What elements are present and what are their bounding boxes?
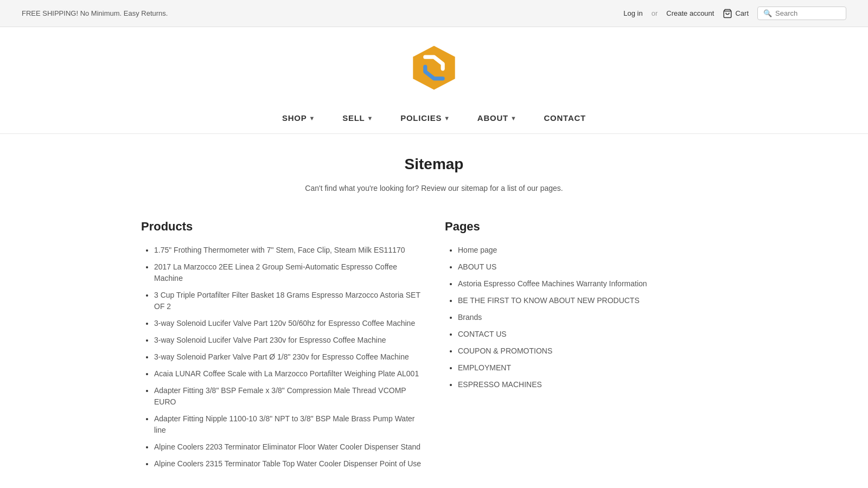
shipping-notice: FREE SHIPPING! No Minimum. Easy Returns.: [22, 9, 168, 17]
pages-list: Home page ABOUT US Astoria Espresso Coff…: [445, 245, 727, 390]
chevron-down-icon: ▼: [367, 115, 374, 121]
pages-section-title: Pages: [445, 220, 727, 234]
logo: [410, 43, 458, 92]
nav-item-policies[interactable]: POLICIES ▼: [400, 113, 450, 123]
product-link[interactable]: 3-way Solenoid Lucifer Valve Part 120v 5…: [154, 319, 415, 328]
cart-button[interactable]: Cart: [723, 9, 749, 18]
product-link[interactable]: Adapter Fitting 3/8" BSP Female x 3/8" C…: [154, 386, 406, 406]
list-item: Adapter Fitting 3/8" BSP Female x 3/8" C…: [154, 385, 423, 408]
page-link[interactable]: ABOUT US: [458, 262, 496, 271]
product-link[interactable]: 3-way Solenoid Parker Valve Part Ø 1/8" …: [154, 352, 409, 361]
list-item: BE THE FIRST TO KNOW ABOUT NEW PRODUCTS: [458, 295, 727, 306]
main-nav: SHOP ▼ SELL ▼ POLICIES ▼ ABOUT ▼ CONTACT: [0, 105, 868, 134]
chevron-down-icon: ▼: [510, 115, 517, 121]
page-link[interactable]: EMPLOYMENT: [458, 363, 511, 372]
page-link[interactable]: Brands: [458, 313, 482, 322]
list-item: Alpine Coolers 2315 Terminator Table Top…: [154, 458, 423, 470]
search-box[interactable]: 🔍: [757, 7, 846, 20]
top-bar: FREE SHIPPING! No Minimum. Easy Returns.…: [0, 0, 868, 27]
pages-section: Pages Home page ABOUT US Astoria Espress…: [445, 220, 727, 396]
nav-item-sell[interactable]: SELL ▼: [342, 113, 373, 123]
page-link[interactable]: Astoria Espresso Coffee Machines Warrant…: [458, 279, 647, 288]
product-link[interactable]: 3 Cup Triple Portafilter Filter Basket 1…: [154, 291, 420, 311]
list-item: Home page: [458, 245, 727, 256]
list-item: COUPON & PROMOTIONS: [458, 345, 727, 357]
svg-marker-1: [413, 46, 455, 90]
list-item: Astoria Espresso Coffee Machines Warrant…: [458, 278, 727, 290]
list-item: 3-way Solenoid Parker Valve Part Ø 1/8" …: [154, 351, 423, 363]
list-item: EMPLOYMENT: [458, 362, 727, 374]
page-link[interactable]: Home page: [458, 246, 497, 254]
page-link[interactable]: ESPRESSO MACHINES: [458, 380, 542, 389]
product-link[interactable]: Acaia LUNAR Coffee Scale with La Marzocc…: [154, 369, 419, 378]
products-section: Products 1.75" Frothing Thermometer with…: [141, 220, 423, 475]
list-item: Alpine Coolers 2203 Terminator Eliminato…: [154, 441, 423, 453]
list-item: Adapter Fitting Nipple 1100-10 3/8" NPT …: [154, 413, 423, 436]
list-item: 3-way Solenoid Lucifer Valve Part 120v 5…: [154, 318, 423, 329]
products-section-title: Products: [141, 220, 423, 234]
cart-icon: [723, 9, 732, 18]
chevron-down-icon: ▼: [309, 115, 316, 121]
list-item: CONTACT US: [458, 329, 727, 340]
page-link[interactable]: CONTACT US: [458, 330, 507, 338]
product-link[interactable]: 1.75" Frothing Thermometer with 7" Stem,…: [154, 246, 405, 254]
product-link[interactable]: 3-way Solenoid Lucifer Valve Part 230v f…: [154, 336, 386, 344]
product-link[interactable]: Adapter Fitting Nipple 1100-10 3/8" NPT …: [154, 414, 414, 434]
main-content: Sitemap Can't find what you're looking f…: [108, 134, 760, 488]
create-account-link[interactable]: Create account: [666, 9, 714, 17]
login-link[interactable]: Log in: [623, 9, 642, 17]
top-bar-right: Log in or Create account Cart 🔍: [623, 7, 846, 20]
product-link[interactable]: 2017 La Marzocco 2EE Linea 2 Group Semi-…: [154, 262, 397, 282]
products-list: 1.75" Frothing Thermometer with 7" Stem,…: [141, 245, 423, 470]
list-item: 3-way Solenoid Lucifer Valve Part 230v f…: [154, 335, 423, 346]
list-item: 1.75" Frothing Thermometer with 7" Stem,…: [154, 245, 423, 256]
search-input[interactable]: [775, 9, 840, 17]
list-item: ESPRESSO MACHINES: [458, 379, 727, 390]
page-link[interactable]: BE THE FIRST TO KNOW ABOUT NEW PRODUCTS: [458, 296, 640, 305]
chevron-down-icon: ▼: [444, 115, 450, 121]
page-subtitle: Can't find what you're looking for? Revi…: [141, 184, 727, 192]
list-item: 3 Cup Triple Portafilter Filter Basket 1…: [154, 290, 423, 312]
product-link[interactable]: Alpine Coolers 2203 Terminator Eliminato…: [154, 442, 420, 451]
list-item: Acaia LUNAR Coffee Scale with La Marzocc…: [154, 368, 423, 380]
list-item: 2017 La Marzocco 2EE Linea 2 Group Semi-…: [154, 261, 423, 284]
logo-link[interactable]: [410, 43, 458, 94]
list-item: ABOUT US: [458, 261, 727, 273]
page-title: Sitemap: [141, 156, 727, 173]
sitemap-grid: Products 1.75" Frothing Thermometer with…: [141, 220, 727, 475]
logo-area: [0, 27, 868, 105]
search-icon: 🔍: [763, 9, 772, 17]
nav-item-about[interactable]: ABOUT ▼: [477, 113, 517, 123]
or-separator: or: [652, 9, 658, 17]
nav-item-contact[interactable]: CONTACT: [544, 113, 586, 123]
nav-item-shop[interactable]: SHOP ▼: [282, 113, 315, 123]
product-link[interactable]: Alpine Coolers 2315 Terminator Table Top…: [154, 459, 421, 468]
list-item: Brands: [458, 312, 727, 323]
page-link[interactable]: COUPON & PROMOTIONS: [458, 346, 552, 355]
